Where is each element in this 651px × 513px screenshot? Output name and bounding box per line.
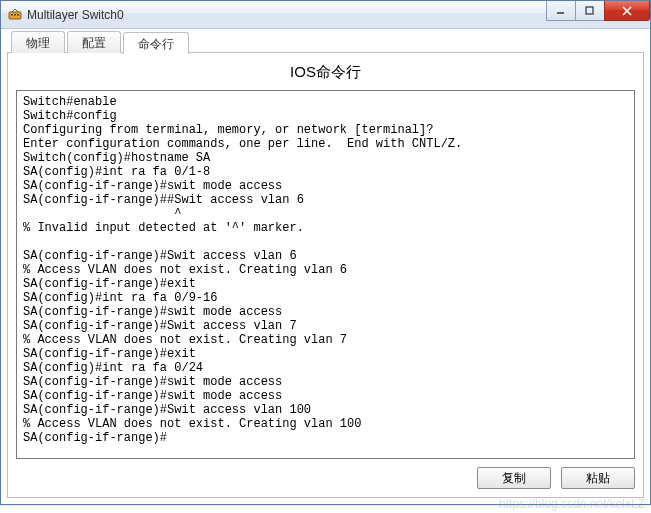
cli-panel: IOS命令行 Switch#enable Switch#config Confi… xyxy=(7,53,644,498)
window-body: 物理 配置 命令行 IOS命令行 Switch#enable Switch#co… xyxy=(1,29,650,504)
window-controls xyxy=(547,1,650,21)
svg-rect-1 xyxy=(11,14,13,16)
tab-physical[interactable]: 物理 xyxy=(11,31,65,53)
tab-config[interactable]: 配置 xyxy=(67,31,121,53)
titlebar[interactable]: Multilayer Switch0 xyxy=(1,1,650,29)
close-button[interactable] xyxy=(604,1,650,21)
maximize-button[interactable] xyxy=(575,1,605,21)
app-window: Multilayer Switch0 物理 配置 命令行 IOS命令行 Swit… xyxy=(0,0,651,505)
terminal-output[interactable]: Switch#enable Switch#config Configuring … xyxy=(16,90,635,459)
app-icon xyxy=(7,7,23,23)
button-row: 复制 粘贴 xyxy=(16,459,635,489)
panel-title: IOS命令行 xyxy=(16,57,635,90)
copy-button[interactable]: 复制 xyxy=(477,467,551,489)
tab-bar: 物理 配置 命令行 xyxy=(7,31,644,53)
svg-rect-3 xyxy=(17,14,19,16)
tab-cli[interactable]: 命令行 xyxy=(123,32,189,54)
svg-rect-2 xyxy=(14,14,16,16)
paste-button[interactable]: 粘贴 xyxy=(561,467,635,489)
window-title: Multilayer Switch0 xyxy=(27,8,124,22)
minimize-button[interactable] xyxy=(546,1,576,21)
svg-rect-5 xyxy=(586,7,593,14)
